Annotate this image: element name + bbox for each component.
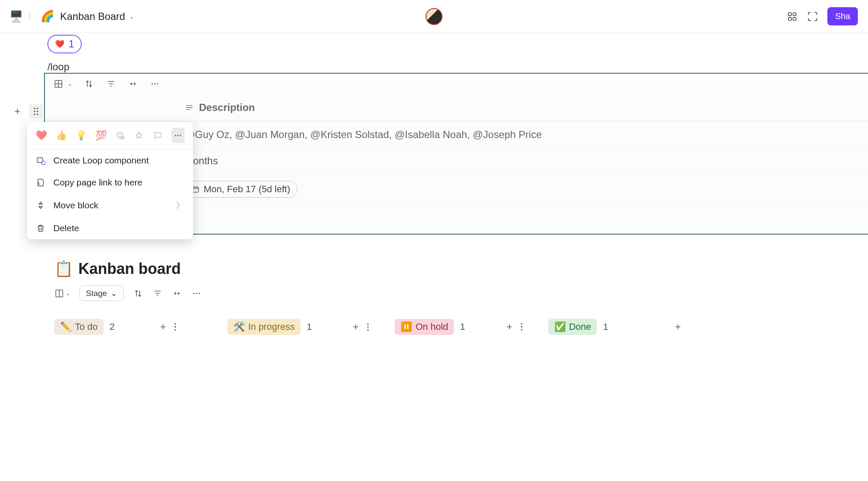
emoji-add-icon[interactable]	[115, 130, 125, 141]
chevron-down-icon: ⌄	[111, 288, 117, 298]
column-more-icon[interactable]	[367, 323, 369, 331]
sort-icon[interactable]	[133, 288, 143, 299]
page-link-icon	[36, 178, 46, 187]
menu-delete[interactable]: Delete	[27, 217, 193, 239]
loop-component-icon	[36, 156, 46, 165]
add-card-button[interactable]	[159, 323, 167, 331]
tools-icon: 🛠️	[233, 321, 245, 332]
chevron-down-icon[interactable]: ⌄	[66, 290, 70, 296]
add-card-button[interactable]	[505, 323, 514, 331]
svg-point-9	[37, 113, 39, 115]
heart-icon: ❤️	[55, 39, 64, 49]
svg-rect-14	[193, 187, 199, 192]
heart-icon[interactable]: ❤️	[36, 130, 47, 141]
drag-handle-icon[interactable]	[29, 104, 43, 119]
reaction-chip[interactable]: ❤️ 1	[47, 35, 82, 53]
more-icon[interactable]	[191, 288, 202, 299]
thumbs-up-icon[interactable]: 👍	[55, 130, 67, 141]
menu-label: Copy page link to here	[53, 177, 142, 188]
pencil-icon: ✏️	[60, 321, 72, 332]
svg-point-29	[174, 329, 176, 330]
column-label: On hold	[415, 321, 448, 332]
column-header-pill[interactable]: ✏️ To do	[54, 319, 104, 335]
chevron-right-icon: 〉	[28, 12, 35, 21]
page-title-button[interactable]: Kanban Board ⌄	[60, 11, 134, 22]
column-header[interactable]: Description	[45, 94, 868, 122]
add-card-button[interactable]	[674, 323, 682, 331]
svg-point-12	[154, 83, 155, 84]
column-count: 1	[603, 321, 608, 332]
column-actions	[674, 323, 682, 331]
column-actions	[505, 323, 523, 331]
svg-rect-0	[788, 13, 791, 16]
comment-icon[interactable]	[153, 130, 163, 141]
chevron-down-icon: ⌄	[129, 13, 134, 20]
pause-icon: ⏸️	[401, 321, 412, 332]
slash-command-text: /loop	[47, 61, 868, 73]
avatar[interactable]	[426, 8, 442, 25]
expand-icon[interactable]	[172, 288, 182, 299]
hundred-icon[interactable]: 💯	[95, 130, 107, 141]
block-context-menu: ❤️ 👍 💡 💯 Create Loop component	[27, 122, 193, 239]
workspace-icon[interactable]: 🖥️	[10, 11, 22, 22]
date-chip[interactable]: Mon, Feb 17 (5d left)	[185, 181, 297, 198]
svg-point-17	[121, 134, 122, 135]
column-more-icon[interactable]	[174, 323, 177, 331]
menu-move-block[interactable]: Move block 〉	[27, 194, 193, 217]
menu-label: Create Loop component	[53, 155, 149, 166]
trash-icon	[36, 224, 46, 233]
add-card-button[interactable]	[351, 323, 360, 331]
star-icon[interactable]	[134, 130, 144, 141]
kanban-title: 📋 Kanban board	[54, 260, 868, 278]
column-more-icon[interactable]	[520, 323, 523, 331]
column-label: In progress	[248, 321, 295, 332]
bulb-icon[interactable]: 💡	[75, 130, 87, 141]
column-in-progress: 🛠️ In progress 1	[227, 319, 369, 335]
svg-point-35	[521, 329, 522, 330]
table-view-icon[interactable]	[53, 79, 64, 89]
stage-selector[interactable]: Stage ⌄	[80, 285, 124, 301]
stage-label: Stage	[86, 289, 107, 298]
svg-point-7	[37, 111, 39, 112]
column-count: 1	[460, 321, 465, 332]
svg-point-27	[174, 323, 176, 324]
share-button[interactable]: Sha	[827, 7, 858, 25]
more-icon[interactable]	[150, 79, 160, 89]
svg-point-33	[521, 323, 522, 324]
column-header-pill[interactable]: ✅ Done	[548, 319, 597, 335]
kanban-title-text: Kanban board	[78, 260, 181, 278]
app-grid-icon[interactable]	[787, 11, 798, 22]
check-icon: ✅	[554, 321, 566, 332]
column-header-label: Description	[199, 102, 255, 113]
reaction-picker: ❤️ 👍 💡 💯	[27, 122, 193, 149]
filter-icon[interactable]	[106, 79, 116, 89]
svg-point-34	[521, 326, 522, 327]
menu-copy-link[interactable]: Copy page link to here	[27, 171, 193, 194]
page-emoji-icon[interactable]: 🌈	[41, 10, 54, 23]
add-block-button[interactable]	[10, 104, 25, 119]
expand-icon[interactable]	[128, 79, 138, 89]
svg-point-30	[368, 323, 369, 324]
table-toolbar: ⌄	[45, 74, 868, 94]
column-label: Done	[569, 321, 592, 332]
topbar-actions: Sha	[787, 7, 858, 25]
sort-icon[interactable]	[84, 79, 94, 89]
svg-point-8	[34, 113, 36, 115]
column-header-pill[interactable]: 🛠️ In progress	[227, 319, 301, 335]
column-done: ✅ Done 1	[548, 319, 682, 335]
chevron-down-icon[interactable]: ⌄	[68, 81, 72, 87]
board-view-icon[interactable]	[54, 288, 64, 299]
kanban-toolbar: ⌄ Stage ⌄	[54, 285, 868, 301]
more-icon[interactable]	[171, 128, 185, 143]
selection-icon[interactable]	[807, 11, 818, 22]
filter-icon[interactable]	[152, 288, 163, 299]
column-header-pill[interactable]: ⏸️ On hold	[395, 319, 454, 335]
svg-point-16	[119, 134, 119, 135]
svg-point-13	[157, 83, 158, 84]
menu-create-loop[interactable]: Create Loop component	[27, 149, 193, 171]
svg-point-28	[174, 326, 176, 327]
presence	[426, 8, 442, 25]
svg-point-24	[193, 293, 194, 294]
svg-point-25	[196, 293, 197, 294]
svg-point-20	[177, 135, 179, 136]
